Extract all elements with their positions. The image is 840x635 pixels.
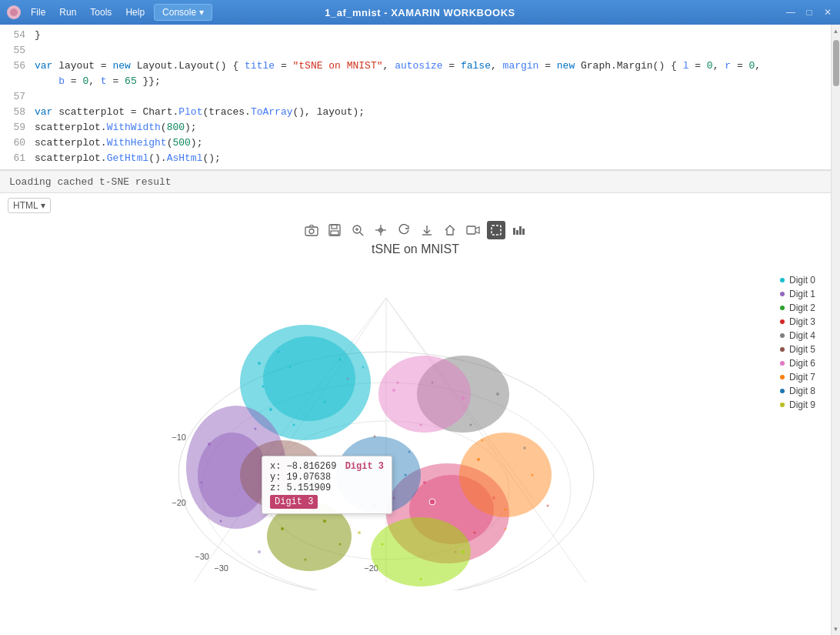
minimize-button[interactable]: — xyxy=(785,6,797,18)
svg-point-76 xyxy=(336,436,421,513)
legend-dot-6 xyxy=(780,361,785,366)
svg-point-68 xyxy=(378,356,471,433)
window-title: 1_af_mnist - XAMARIN WORKBOOKS xyxy=(325,7,515,18)
video-icon[interactable] xyxy=(464,221,482,239)
bar-chart-icon[interactable] xyxy=(510,221,528,239)
code-block: 54 } 55 56 var layout = new Layout.Layou… xyxy=(0,25,831,170)
svg-point-62 xyxy=(496,393,499,396)
svg-point-48 xyxy=(267,502,352,571)
svg-point-64 xyxy=(240,440,325,510)
html-tag-button[interactable]: HTML ▾ xyxy=(0,193,831,218)
svg-point-50 xyxy=(338,543,341,546)
console-tab-arrow: ▾ xyxy=(199,7,204,18)
right-scrollbar[interactable]: ▲ ▼ xyxy=(831,25,840,635)
maximize-button[interactable]: □ xyxy=(803,6,815,18)
save-icon[interactable] xyxy=(325,221,344,239)
svg-rect-2 xyxy=(305,227,318,236)
svg-point-77 xyxy=(354,462,357,465)
code-content-60: scatterplot.WithHeight(500); xyxy=(35,135,831,151)
svg-point-90 xyxy=(358,531,361,534)
svg-line-8 xyxy=(360,232,363,236)
svg-point-63 xyxy=(469,424,472,426)
camera-icon[interactable] xyxy=(302,221,321,239)
svg-point-78 xyxy=(404,474,406,476)
legend-label-7: Digit 7 xyxy=(789,372,815,383)
legend-dot-1 xyxy=(780,292,785,296)
svg-point-89 xyxy=(408,451,410,453)
axis-label-left-top: −10 xyxy=(172,433,186,442)
line-num-59: 59 xyxy=(0,120,35,135)
svg-point-35 xyxy=(338,359,341,361)
code-content-54: } xyxy=(35,28,831,43)
svg-point-1 xyxy=(10,8,18,16)
svg-point-52 xyxy=(323,520,326,523)
zoom-in-icon[interactable] xyxy=(348,221,367,239)
home-icon[interactable] xyxy=(441,221,459,239)
line-num-60: 60 xyxy=(0,135,35,151)
code-content-56: var layout = new Layout.Layout() { title… xyxy=(35,58,831,74)
legend-item-4: Digit 4 xyxy=(780,330,815,341)
svg-point-37 xyxy=(269,408,272,411)
legend-dot-3 xyxy=(780,319,785,324)
status-bar: Loading cached t-SNE result xyxy=(0,170,831,193)
svg-point-67 xyxy=(281,505,283,507)
html-tag-arrow: ▾ xyxy=(41,200,45,211)
legend-label-3: Digit 3 xyxy=(789,316,815,327)
legend-dot-4 xyxy=(780,333,785,338)
legend-dot-7 xyxy=(780,375,785,379)
download-icon[interactable] xyxy=(418,221,436,239)
svg-point-79 xyxy=(373,504,376,507)
digit-2-cluster xyxy=(267,502,352,571)
svg-point-59 xyxy=(429,499,435,505)
legend-item-8: Digit 8 xyxy=(780,386,815,396)
scroll-up-arrow[interactable]: ▲ xyxy=(832,25,841,37)
pan-icon[interactable] xyxy=(372,221,390,239)
digit-7-cluster xyxy=(459,433,552,517)
svg-point-95 xyxy=(546,505,548,507)
svg-point-66 xyxy=(304,489,307,492)
legend-dot-5 xyxy=(780,347,785,352)
code-content-55 xyxy=(35,43,831,58)
refresh-icon[interactable] xyxy=(395,221,413,239)
menu-file[interactable]: File xyxy=(25,4,52,21)
svg-point-45 xyxy=(219,520,222,523)
svg-point-40 xyxy=(362,366,364,369)
console-tab[interactable]: Console ▾ xyxy=(154,4,212,21)
svg-point-80 xyxy=(371,517,471,587)
rect-select-icon[interactable] xyxy=(487,221,505,239)
legend-label-1: Digit 1 xyxy=(789,289,815,299)
svg-point-85 xyxy=(346,378,348,380)
svg-point-93 xyxy=(504,528,506,530)
line-num-57: 57 xyxy=(0,89,35,105)
main-area: 54 } 55 56 var layout = new Layout.Layou… xyxy=(0,25,840,635)
svg-point-88 xyxy=(481,439,483,442)
svg-rect-20 xyxy=(519,226,522,235)
menu-help[interactable]: Help xyxy=(119,4,151,21)
html-tag[interactable]: HTML ▾ xyxy=(8,198,51,213)
line-num-56b xyxy=(0,74,35,89)
scroll-thumb[interactable] xyxy=(833,40,839,86)
code-line-56b: b = 0, t = 65 }}; xyxy=(0,74,831,89)
svg-point-43 xyxy=(208,443,211,446)
console-tab-label: Console xyxy=(162,7,196,18)
line-num-58: 58 xyxy=(0,105,35,120)
scatter-plot: −10 −20 −30 −30 −20 xyxy=(8,259,772,590)
legend-dot-8 xyxy=(780,389,785,393)
svg-point-58 xyxy=(423,481,426,484)
legend-label-8: Digit 8 xyxy=(789,386,815,396)
svg-point-34 xyxy=(277,351,279,353)
svg-point-84 xyxy=(288,366,291,369)
scroll-down-arrow[interactable]: ▼ xyxy=(832,623,841,635)
svg-rect-5 xyxy=(332,225,337,229)
svg-rect-21 xyxy=(522,229,525,235)
svg-point-70 xyxy=(462,396,465,399)
svg-point-74 xyxy=(531,474,533,476)
menu-tools[interactable]: Tools xyxy=(84,4,118,21)
legend-label-2: Digit 2 xyxy=(789,302,815,313)
menu-run[interactable]: Run xyxy=(53,4,82,21)
code-content-58: var scatterplot = Chart.Plot(traces.ToAr… xyxy=(35,105,831,120)
legend-dot-9 xyxy=(780,403,785,407)
menu-bar: File Run Tools Help xyxy=(25,4,151,21)
close-button[interactable]: ✕ xyxy=(822,6,834,18)
axis-label-left-bot: −30 xyxy=(195,552,209,561)
